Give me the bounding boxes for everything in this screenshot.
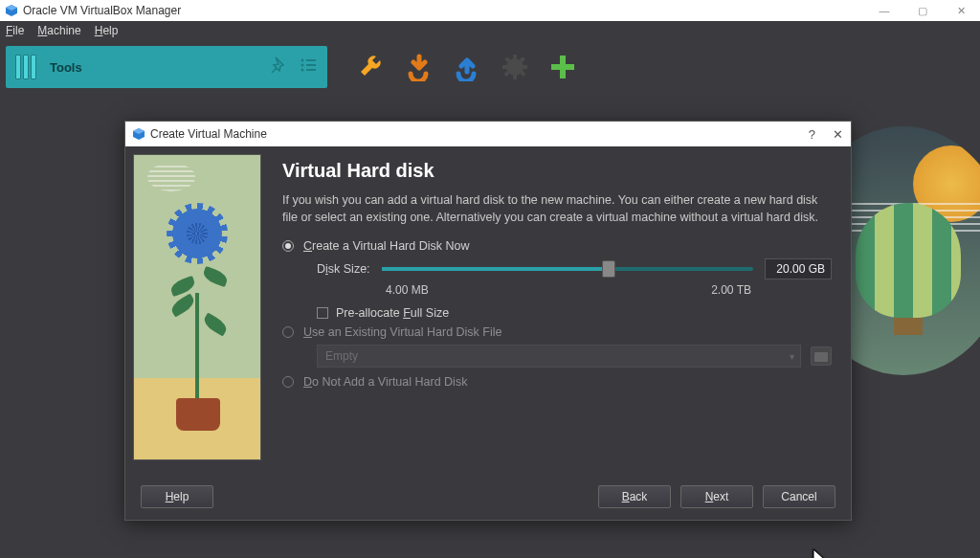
menu-machine[interactable]: Machine [37, 24, 80, 37]
cancel-button[interactable]: Cancel [763, 485, 835, 508]
tools-icon [15, 55, 36, 79]
svg-point-6 [301, 68, 304, 71]
close-button[interactable]: ✕ [942, 0, 980, 21]
list-icon[interactable] [299, 56, 318, 79]
svg-rect-7 [306, 69, 316, 71]
option-existing-disk[interactable]: Use an Existing Virtual Hard Disk File [282, 325, 832, 339]
virtualbox-icon [133, 128, 145, 140]
back-button[interactable]: Back [598, 485, 671, 508]
export-icon[interactable] [450, 50, 484, 84]
page-description: If you wish you can add a virtual hard d… [282, 191, 832, 226]
disk-size-block: Disk Size: 20.00 GB 4.00 MB 2.00 TB [317, 258, 832, 297]
svg-point-2 [301, 58, 304, 61]
radio-icon [282, 376, 294, 388]
slider-handle[interactable] [602, 260, 615, 278]
option-create-disk[interactable]: Create a Virtual Hard Disk Now [282, 239, 832, 253]
import-icon[interactable] [402, 50, 436, 84]
browse-disk-button [811, 346, 832, 366]
svg-rect-12 [522, 65, 527, 69]
disk-size-max: 2.00 TB [711, 283, 751, 297]
option-no-disk[interactable]: Do Not Add a Virtual Hard Disk [282, 375, 832, 389]
app-titlebar: Oracle VM VirtualBox Manager — ▢ ✕ [0, 0, 980, 21]
option-existing-label: Use an Existing Virtual Hard Disk File [303, 325, 502, 339]
app-title: Oracle VM VirtualBox Manager [23, 4, 181, 17]
dialog-close-icon[interactable]: ✕ [833, 127, 843, 142]
cursor-icon [813, 548, 826, 558]
checkbox-icon [317, 307, 328, 319]
existing-disk-combo: Empty ▾ [317, 345, 801, 368]
pin-icon[interactable] [270, 56, 289, 79]
svg-rect-11 [502, 65, 508, 69]
preallocate-label: Pre-allocate Full Size [336, 306, 449, 320]
tools-label: Tools [50, 60, 82, 75]
virtualbox-manager-window: Oracle VM VirtualBox Manager — ▢ ✕ File … [0, 0, 980, 558]
menu-file[interactable]: File [6, 24, 24, 37]
create-vm-dialog: Create Virtual Machine ? ✕ [124, 121, 852, 521]
dialog-sidebar [125, 146, 269, 474]
gear-icon[interactable] [498, 50, 532, 84]
svg-rect-3 [306, 59, 316, 61]
dialog-title: Create Virtual Machine [150, 127, 267, 141]
svg-rect-18 [551, 64, 574, 70]
option-create-label: Create a Virtual Hard Disk Now [303, 239, 469, 253]
preferences-icon[interactable] [354, 50, 389, 84]
next-button[interactable]: Next [680, 485, 753, 508]
dialog-content: Virtual Hard disk If you wish you can ad… [269, 146, 851, 474]
page-heading: Virtual Hard disk [282, 160, 832, 182]
menu-help[interactable]: Help [95, 24, 119, 37]
disk-size-slider[interactable] [382, 259, 753, 279]
dialog-help-icon[interactable]: ? [809, 127, 815, 142]
radio-icon [282, 240, 294, 252]
menubar: File Machine Help [0, 21, 980, 40]
main-area: Tools [0, 40, 980, 558]
disk-size-min: 4.00 MB [386, 283, 429, 297]
help-button[interactable]: Help [141, 485, 213, 508]
svg-rect-9 [513, 55, 517, 60]
svg-rect-10 [513, 74, 517, 79]
main-toolbar [354, 46, 580, 88]
dialog-footer: Help Back Next Cancel [125, 474, 851, 520]
svg-rect-5 [306, 64, 316, 66]
virtualbox-icon [6, 5, 17, 16]
preallocate-checkbox-row[interactable]: Pre-allocate Full Size [317, 306, 832, 320]
option-none-label: Do Not Add a Virtual Hard Disk [303, 375, 467, 389]
tools-panel[interactable]: Tools [6, 46, 327, 88]
dialog-titlebar: Create Virtual Machine ? ✕ [125, 122, 851, 146]
disk-size-input[interactable]: 20.00 GB [765, 258, 832, 279]
minimize-button[interactable]: — [865, 0, 903, 21]
svg-point-4 [301, 63, 304, 66]
wizard-illustration [133, 154, 261, 460]
radio-icon [282, 326, 294, 338]
new-vm-icon[interactable] [546, 50, 580, 84]
chevron-down-icon: ▾ [790, 351, 794, 362]
maximize-button[interactable]: ▢ [903, 0, 942, 21]
disk-size-label: Disk Size: [317, 262, 370, 276]
